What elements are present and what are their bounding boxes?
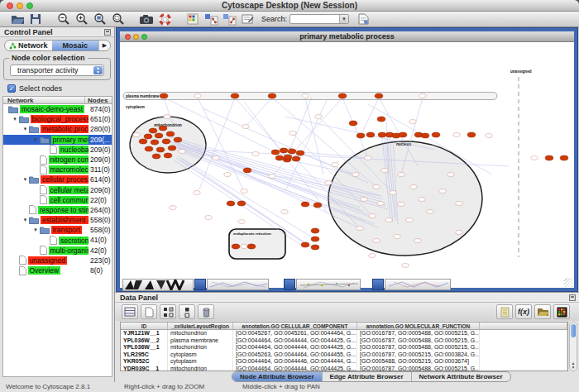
tree-item-count: 209(0): [89, 145, 112, 155]
minimized-window-icon[interactable]: [194, 279, 206, 290]
table-row[interactable]: YLR295Ccytoplasm[GO:0045263, GO:0044464,…: [121, 351, 567, 359]
tree-item[interactable]: multi-organism pro42(0): [3, 246, 112, 256]
tab-edge-attribute-browser[interactable]: Edge Attribute Browser: [323, 372, 412, 381]
scrollbar-arrows-icon[interactable]: ▲▼: [570, 361, 577, 370]
network-window-titlebar[interactable]: primary metabolic process: [120, 31, 574, 42]
tree-item-label: Overview: [28, 266, 60, 275]
table-cell: YKR052C: [121, 358, 168, 366]
table-row[interactable]: YDR039C__1mitochondrion[GO:0044464, GO:0…: [121, 366, 567, 372]
expand-arrow-icon[interactable]: ▼: [22, 127, 29, 131]
node-color-dropdown[interactable]: transporter activity ▲▼: [10, 65, 104, 76]
select-nodes-checkbox[interactable]: ✓: [7, 84, 16, 93]
tree-item[interactable]: mosaic-demo-yeast874(0): [3, 104, 112, 114]
minimized-window[interactable]: [385, 279, 451, 290]
expand-arrow-icon[interactable]: ▼: [22, 218, 29, 222]
tree-item[interactable]: ▼establishment of lo558(0): [3, 215, 112, 225]
attribute-table[interactable]: ID_cellularLayoutRegionannotation.GO CEL…: [120, 322, 568, 371]
annotation-icon[interactable]: [238, 12, 256, 26]
file-icon: [50, 236, 57, 245]
minimized-window[interactable]: [207, 279, 269, 290]
zoom-out-icon[interactable]: [55, 12, 73, 26]
help-icon[interactable]: [156, 12, 174, 26]
table-row[interactable]: YKR052Ccytoplasm[GO:0044464, GO:0044446,…: [121, 358, 567, 366]
snapshot-icon[interactable]: [137, 12, 156, 26]
save-icon[interactable]: [26, 12, 45, 26]
network-attribute-icon[interactable]: [220, 12, 238, 26]
table-scrollbar[interactable]: ▲▼: [569, 322, 577, 371]
tab-mosaic[interactable]: Mosaic: [52, 41, 99, 50]
tree-item-count: 874(0): [89, 104, 112, 114]
tree-item[interactable]: ▼cellular process614(0): [3, 174, 112, 184]
float-panel-icon[interactable]: [104, 29, 111, 36]
network-canvas-svg[interactable]: plasma membrane cytoplasm mitochondrion …: [120, 42, 574, 288]
tree-item[interactable]: Overview8(0): [3, 265, 112, 275]
search-dropdown-arrow-icon[interactable]: ▼: [339, 15, 348, 23]
column-header[interactable]: ID: [121, 323, 168, 329]
float-panel-icon[interactable]: [569, 294, 576, 301]
import-table-icon[interactable]: [534, 304, 551, 319]
tree-item[interactable]: nucleobase-209(0): [3, 145, 112, 155]
edge-attribute-icon[interactable]: [202, 12, 220, 26]
minimized-window-icon[interactable]: [284, 279, 295, 290]
tree-item[interactable]: cell communicat22(0): [3, 195, 112, 205]
network-window-title: primary metabolic process: [120, 31, 574, 42]
heatmap-icon[interactable]: [553, 304, 570, 319]
file-icon: [19, 256, 26, 265]
node-attribute-icon[interactable]: [184, 12, 202, 26]
tab-network-attribute-browser[interactable]: Network Attribute Browser: [412, 372, 510, 381]
column-header[interactable]: _cellularLayoutRegion: [168, 323, 233, 329]
minimized-window-icon[interactable]: [372, 279, 384, 290]
table-row[interactable]: YJR121W__1mitochondrion[GO:0045267, GO:0…: [121, 330, 567, 337]
tree-item[interactable]: ▼primary metabo209(...: [3, 135, 112, 145]
search-label: Search:: [261, 15, 287, 23]
tree-item-count: 280(0): [89, 124, 112, 134]
tree-item[interactable]: unassigned223(0): [3, 256, 112, 265]
table-cell: mitochondrion: [168, 366, 233, 372]
folder-icon: [29, 216, 39, 224]
tree-item-label: unassigned: [28, 256, 67, 265]
minimized-window[interactable]: [122, 279, 194, 291]
minimized-window[interactable]: [296, 279, 361, 290]
notes-icon[interactable]: [496, 304, 513, 319]
tree-item-count: 223(0): [89, 256, 112, 265]
open-folder-icon[interactable]: [8, 12, 26, 26]
expand-arrow-icon[interactable]: ▼: [32, 227, 40, 232]
scrollbar-thumb[interactable]: [571, 324, 576, 337]
network-tree[interactable]: mosaic-demo-yeast874(0)▼biological_proce…: [2, 104, 112, 377]
new-attribute-icon[interactable]: [141, 304, 157, 319]
attribute-table-icon[interactable]: [122, 304, 138, 319]
tree-item[interactable]: cellular metabo209(0): [3, 185, 112, 195]
tree-item[interactable]: ▼metabolic process280(0): [3, 124, 112, 134]
delete-attribute-icon[interactable]: [198, 304, 214, 319]
zoom-in-icon[interactable]: [73, 12, 91, 26]
dropdown-stepper-icon[interactable]: ▲▼: [93, 66, 103, 74]
table-row[interactable]: YPL036W__1mitochondrion[GO:0044464, GO:0…: [121, 344, 567, 351]
expand-arrow-icon[interactable]: ▼: [12, 117, 19, 122]
column-header[interactable]: annotation.GO CELLULAR_COMPONENT: [233, 323, 357, 329]
data-panel: Data Panel f(x): [115, 292, 579, 382]
tree-item[interactable]: secretion41(0): [3, 235, 112, 245]
select-attributes-icon[interactable]: [160, 304, 176, 319]
unselect-attributes-icon[interactable]: [179, 304, 195, 319]
expand-arrow-icon[interactable]: ▼: [32, 137, 40, 142]
function-builder-icon[interactable]: f(x): [515, 304, 532, 319]
more-tabs-arrow-icon[interactable]: ▶: [98, 41, 110, 50]
tree-item[interactable]: ▼transport558(0): [3, 225, 112, 235]
network-view-window[interactable]: primary metabolic process plasma membran…: [117, 28, 577, 291]
status-welcome: Welcome to Cytoscape 2.8.1: [6, 383, 90, 390]
import-attributes-icon[interactable]: [354, 12, 372, 26]
zoom-selected-icon[interactable]: [109, 12, 127, 26]
tab-network[interactable]: Network: [5, 41, 52, 50]
table-row[interactable]: YPL036W__2plasma membrane[GO:0044464, GO…: [121, 337, 567, 345]
tree-item[interactable]: ▼biological_process651(0): [3, 114, 112, 124]
tree-item[interactable]: nitrogen compo209(0): [3, 155, 112, 165]
tree-item[interactable]: macromolecule311(0): [3, 165, 112, 174]
tab-node-attribute-browser[interactable]: Node Attribute Browser: [232, 372, 323, 381]
search-input[interactable]: ▼: [290, 14, 349, 24]
zoom-fit-icon[interactable]: [91, 12, 109, 26]
table-cell: mitochondrion: [168, 330, 233, 337]
column-header[interactable]: annotation.GO MOLECULAR_FUNCTION: [357, 323, 480, 329]
tree-item[interactable]: response to stimulu264(0): [3, 205, 112, 215]
network-canvas[interactable]: plasma membrane cytoplasm mitochondrion …: [120, 42, 574, 288]
expand-arrow-icon[interactable]: ▼: [22, 177, 29, 182]
